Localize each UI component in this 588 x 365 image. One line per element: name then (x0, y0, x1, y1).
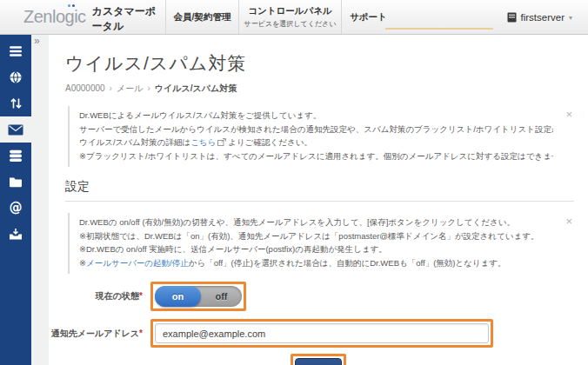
sidebar: @ (0, 35, 31, 365)
chevron-separator-icon: › (105, 83, 117, 93)
portal-label: カスタマーポータル (92, 4, 165, 34)
sidebar-item-database[interactable] (0, 143, 31, 169)
settings-note-box: × Dr.WEBの on/off (有効/無効)の切替えや、通知先メールアドレス… (68, 213, 576, 274)
email-input[interactable] (155, 323, 489, 343)
breadcrumb-item-mail[interactable]: メール (117, 83, 143, 93)
highlight-toggle: on off (150, 282, 246, 311)
mail-server-link[interactable]: メールサーバーの起動/停止 (86, 258, 189, 268)
sidebar-item-folder[interactable] (0, 169, 31, 195)
breadcrumb-item-current: ウイルス/スパム対策 (155, 83, 237, 93)
nav-item-control-panel[interactable]: コントロールパネル サービスを選択してください (238, 0, 341, 34)
sidebar-expand-button[interactable]: » (34, 35, 40, 47)
account-menu[interactable]: firstserver ▾ (507, 0, 588, 34)
details-link[interactable]: こちら (190, 137, 216, 147)
email-row: 通知先メールアドレス* (49, 319, 588, 348)
database-icon (9, 149, 23, 163)
main-content: ウイルス/スパム対策 A0000000›メール›ウイルス/スパム対策 × Dr.… (49, 35, 588, 365)
folder-icon (9, 176, 23, 188)
settings-note-line4: ※メールサーバーの起動/停止から「off」(停止)を選択された場合は、自動的にD… (79, 256, 553, 270)
highlight-save: 保存 (291, 354, 346, 365)
close-icon[interactable]: × (565, 216, 572, 227)
transfer-arrows-icon (10, 96, 23, 110)
save-row: 保存 (49, 354, 588, 365)
breadcrumb-item-account[interactable]: A0000000 (65, 83, 105, 93)
logo-text: Zenlogic (23, 7, 86, 27)
server-icon (507, 12, 517, 23)
page-title: ウイルス/スパム対策 (65, 35, 588, 76)
intro-note-line3: ウイルス/スパム対策の詳細はこちらよりご確認ください。 (79, 136, 553, 149)
breadcrumb: A0000000›メール›ウイルス/スパム対策 (65, 83, 588, 95)
status-label: 現在の状態* (49, 290, 143, 302)
on-off-toggle[interactable]: on off (155, 286, 242, 307)
highlight-email (150, 319, 493, 348)
inbox-icon (9, 228, 23, 241)
zenlogic-logo[interactable]: Zenlogic カスタマーポータル (0, 0, 165, 34)
nav-item-membership[interactable]: 会員/契約管理 (165, 0, 238, 34)
sidebar-item-menu[interactable] (0, 38, 31, 64)
settings-note-line3: ※Dr.WEBの on/off 実施時に、送信メールサーバー(postfix)の… (79, 242, 553, 256)
logo-dots-icon (68, 4, 75, 7)
email-label: 通知先メールアドレス* (49, 328, 143, 340)
settings-note-line2: ※初期状態では、Dr.WEBは「on」(有効)、通知先メールアドレスは「post… (79, 229, 553, 243)
globe-icon (9, 70, 23, 84)
mail-icon (8, 124, 23, 136)
app-window: Zenlogic カスタマーポータル 会員/契約管理 コントロールパネル サービ… (0, 0, 588, 365)
chevron-separator-icon: › (143, 83, 154, 93)
menu-icon (9, 45, 23, 57)
required-asterisk: * (139, 328, 143, 338)
at-icon: @ (10, 200, 23, 216)
settings-note-line1: Dr.WEBの on/off (有効/無効)の切替えや、通知先メールアドレスを入… (79, 216, 553, 229)
intro-note-box: × Dr.WEBによるメールウイルス/スパム対策をご提供しています。 サーバーで… (68, 106, 576, 167)
sidebar-item-at[interactable]: @ (0, 195, 31, 221)
save-button[interactable]: 保存 (295, 358, 342, 365)
required-asterisk: * (139, 291, 143, 301)
sidebar-item-transfer[interactable] (0, 90, 31, 116)
sidebar-gutter (31, 35, 49, 365)
intro-note-line2: サーバーで受信したメールからウイルスが検知された場合の通知先設定や、スパム対策の… (79, 123, 553, 136)
chevron-down-icon: ▾ (569, 14, 572, 22)
toggle-off-button[interactable]: off (201, 286, 242, 307)
intro-note-line1: Dr.WEBによるメールウイルス/スパム対策をご提供しています。 (79, 109, 553, 123)
sidebar-item-mail[interactable] (0, 116, 31, 143)
settings-heading: 設定 (65, 179, 574, 202)
sidebar-item-globe[interactable] (0, 64, 31, 90)
nav-underline (385, 28, 493, 30)
status-row: 現在の状態* on off (49, 282, 588, 311)
close-icon[interactable]: × (565, 109, 572, 120)
intro-note-line4: ※ブラックリスト/ホワイトリストは、すべてのメールアドレスに適用されます。個別の… (79, 149, 553, 163)
top-header: Zenlogic カスタマーポータル 会員/契約管理 コントロールパネル サービ… (0, 0, 588, 35)
sidebar-item-inbox[interactable] (0, 221, 31, 247)
external-link-icon (217, 138, 226, 146)
toggle-on-button[interactable]: on (155, 286, 201, 307)
